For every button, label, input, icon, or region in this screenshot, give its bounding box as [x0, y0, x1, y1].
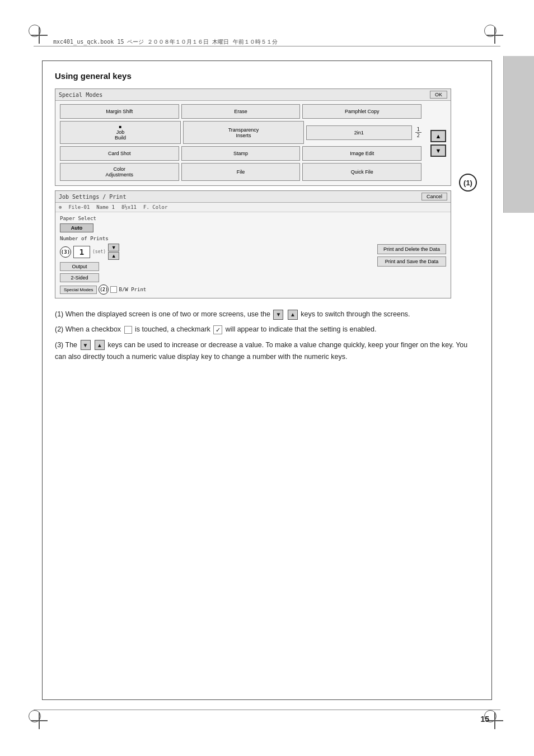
info-size: 8½x11	[121, 204, 137, 210]
panel2-cancel-button[interactable]: Cancel	[421, 193, 447, 200]
instruction-1: (1) When the displayed screen is one of …	[55, 309, 479, 320]
erase-button[interactable]: Erase	[181, 104, 301, 119]
panel2-body: Paper Select Auto Number of Prints (3) 1	[55, 212, 451, 298]
panel1-ok-button[interactable]: OK	[430, 91, 447, 99]
indicator-1: (1)	[459, 174, 477, 192]
paper-select-label: Paper Select	[60, 216, 149, 221]
panel1-body: Margin Shift Erase Pamphlet Copy ■ JobBu…	[55, 101, 451, 185]
panel1-grid-area: Margin Shift Erase Pamphlet Copy ■ JobBu…	[55, 101, 426, 185]
instr-3-prefix: (3)	[55, 341, 65, 349]
indicator-2: (2)	[99, 284, 109, 295]
panel2-wrapper: Job Settings / Print Cancel ⊗ File-01 Na…	[55, 190, 451, 298]
num-control-row: (3) 1 (set) ▼ ▲	[60, 244, 149, 260]
up-key-icon: ▲	[95, 340, 105, 350]
down-arrow-icon: ▼	[273, 310, 283, 320]
info-name: Name 1	[96, 204, 115, 210]
job-build-label: JobBuild	[115, 129, 126, 141]
page: mxc401_us_qck.book 15 ページ ２００８年１０月１６日 木曜…	[0, 0, 534, 756]
checkmark-icon: ✓	[213, 325, 222, 334]
instr-1-main: When the displayed screen is one of two …	[65, 310, 273, 318]
info-file: File-01	[68, 204, 90, 210]
print-save-button[interactable]: Print and Save the Data	[377, 256, 446, 267]
card-shot-button[interactable]: Card Shot	[60, 146, 179, 161]
num-prints-label: Number of Prints	[60, 236, 109, 241]
indicator-3: (3)	[60, 246, 71, 258]
paper-auto-button[interactable]: Auto	[60, 223, 93, 232]
instr-2-end: will appear to indicate that the setting…	[226, 325, 377, 333]
down-key-icon: ▼	[81, 340, 91, 350]
bw-print-checkbox[interactable]	[110, 286, 117, 293]
instr-3-text: (3) The ▼ ▲ keys can be used to increase…	[55, 339, 479, 363]
print-delete-button[interactable]: Print and Delete the Data	[377, 244, 446, 254]
margin-shift-button[interactable]: Margin Shift	[60, 104, 179, 119]
2in1-button[interactable]: 2in1	[306, 125, 412, 140]
job-build-button[interactable]: ■ JobBuild	[60, 121, 181, 144]
job-build-icon-area: ■	[119, 124, 122, 129]
panel2-right: Print and Delete the Data Print and Save…	[377, 216, 446, 295]
num-prints-area: Number of Prints	[60, 236, 149, 241]
info-color: F. Color	[143, 204, 167, 210]
panel1-2in1-area: 2in1 1 2	[306, 121, 421, 144]
panel1-header: Special Modes OK	[55, 89, 451, 101]
file-button[interactable]: File	[181, 163, 301, 181]
two-sided-button[interactable]: 2-Sided	[60, 273, 99, 282]
panel1-row4: ColorAdjustments File Quick File	[55, 162, 426, 185]
checkbox-icon	[124, 326, 132, 334]
special-modes-panel: Special Modes OK Margin Shift Erase Pamp…	[55, 88, 451, 186]
num-down-arrow[interactable]: ▼	[108, 244, 119, 251]
transparency-inserts-button[interactable]: TransparencyInserts	[183, 121, 304, 144]
panel2-header: Job Settings / Print Cancel	[55, 191, 451, 203]
bw-print-label: B/W Print	[119, 287, 146, 292]
panel1-row1: Margin Shift Erase Pamphlet Copy	[55, 101, 426, 120]
reg-mark-tl	[31, 27, 48, 44]
content-area: Using general keys Special Modes OK	[42, 56, 492, 700]
panel1-row3: Card Shot Stamp Image Edit	[55, 145, 426, 162]
special-modes-button[interactable]: Special Modes	[60, 286, 97, 294]
color-adjustments-button[interactable]: ColorAdjustments	[60, 163, 179, 181]
instruction-2: (2) When a checkbox is touched, a checkm…	[55, 324, 479, 335]
frac-top: 1	[415, 127, 421, 133]
num-display[interactable]: 1	[73, 246, 90, 258]
right-sidebar	[503, 56, 534, 213]
section-title: Using general keys	[55, 71, 479, 81]
instr-1-prefix: (1)	[55, 310, 65, 318]
header-line	[34, 46, 500, 46]
job-settings-panel: Job Settings / Print Cancel ⊗ File-01 Na…	[55, 190, 451, 298]
instr-3-the: The	[65, 341, 79, 349]
panel2-label: Job Settings / Print	[59, 194, 126, 200]
reg-mark-bl	[31, 712, 48, 729]
pamphlet-copy-button[interactable]: Pamphlet Copy	[302, 104, 421, 119]
up-arrow-icon: ▲	[288, 310, 298, 320]
output-button[interactable]: Output	[60, 262, 99, 271]
frac-bot: 2	[415, 133, 421, 138]
instr-2-middle: is touched, a checkmark	[135, 325, 212, 333]
set-label: (set)	[92, 249, 106, 254]
image-edit-button[interactable]: Image Edit	[302, 146, 421, 161]
panel1-nav-area: ▲ ▼	[426, 101, 451, 185]
instr-2-text: (2) When a checkbox is touched, a checkm…	[55, 324, 479, 335]
num-up-arrow[interactable]: ▲	[108, 252, 119, 260]
page-number: 15	[480, 715, 489, 724]
fraction-display: 1 2	[415, 127, 421, 138]
panel1-label: Special Modes	[59, 92, 102, 98]
nav-down-button[interactable]: ▼	[430, 144, 446, 157]
content-box: Using general keys Special Modes OK	[42, 60, 492, 700]
instr-3-rest: keys can be used to increase or decrease…	[55, 341, 467, 361]
footer-line	[34, 710, 500, 710]
nav-up-button[interactable]: ▲	[430, 130, 446, 142]
panel2-info-row: ⊗ File-01 Name 1 8½x11 F. Color	[55, 203, 451, 212]
instr-2-prefix: (2)	[55, 325, 65, 333]
instructions: (1) When the displayed screen is one of …	[55, 309, 479, 363]
reg-mark-tr	[486, 27, 503, 44]
instruction-3: (3) The ▼ ▲ keys can be used to increase…	[55, 339, 479, 363]
panel1-wrapper: Special Modes OK Margin Shift Erase Pamp…	[55, 88, 451, 186]
content-inner: Using general keys Special Modes OK	[43, 61, 491, 376]
panel2-left: Paper Select Auto Number of Prints (3) 1	[60, 216, 149, 295]
stamp-button[interactable]: Stamp	[181, 146, 301, 161]
instr-1-end: keys to switch through the screens.	[301, 310, 410, 318]
special-modes-row: Special Modes (2) B/W Print	[60, 284, 149, 295]
header-text: mxc401_us_qck.book 15 ページ ２００８年１０月１６日 木曜…	[53, 38, 278, 46]
panel1-row2: ■ JobBuild TransparencyInserts 2in1 1 2	[55, 120, 426, 145]
num-arrows: ▼ ▲	[108, 244, 119, 260]
quick-file-button[interactable]: Quick File	[302, 163, 421, 181]
